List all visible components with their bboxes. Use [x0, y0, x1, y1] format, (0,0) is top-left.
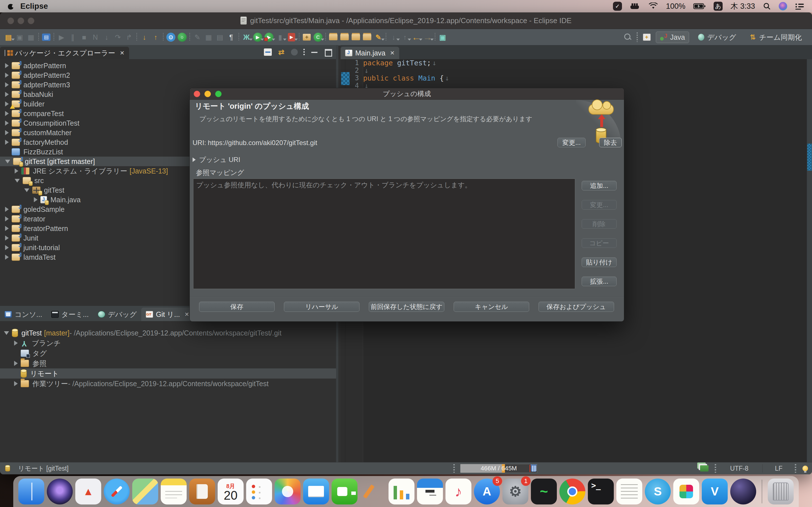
battery-percent[interactable]: 100% — [666, 2, 686, 11]
ref-mapping-list[interactable]: プッシュ参照使用なし、代わりに現在のチェック・アウト・ブランチをプッシュします。 — [193, 179, 575, 289]
dock-icon-photos[interactable] — [274, 478, 301, 504]
dock-icon-books[interactable] — [189, 478, 215, 504]
dock-icon-textedit[interactable] — [616, 478, 642, 504]
git-tree-item[interactable]: 作業ツリー - /Applications/Eclipse_2019-12.ap… — [0, 379, 336, 389]
perspective-debug[interactable]: デバッグ — [694, 31, 740, 43]
control-center-icon[interactable] — [795, 3, 804, 10]
tree-item[interactable]: adpterPattern2 — [0, 70, 336, 80]
wifi-icon[interactable] — [649, 3, 658, 10]
search-icon[interactable] — [624, 34, 631, 41]
skip-breakpoints-button[interactable]: Ж — [241, 31, 252, 43]
focus-task-icon[interactable] — [291, 49, 298, 55]
tree-item[interactable]: adpterPattern — [0, 61, 336, 70]
copy-button[interactable]: ▦ — [203, 31, 214, 43]
open-resource-button[interactable] — [350, 31, 361, 43]
push-button[interactable]: ↑ — [150, 31, 161, 43]
tree-expand-arrow[interactable] — [5, 152, 9, 152]
git-tree-item[interactable]: ブランチ — [0, 338, 336, 348]
delete-ref-button[interactable]: 削除 — [581, 219, 617, 229]
tree-expand-arrow[interactable] — [15, 168, 18, 173]
perspective-java[interactable]: Java — [656, 32, 689, 43]
add-ref-button[interactable]: 追加... — [581, 181, 617, 190]
dock-icon-keynote[interactable] — [417, 478, 443, 504]
dry-run-button[interactable]: リハーサル — [284, 302, 359, 312]
forward-button[interactable]: → — [422, 31, 433, 43]
drag-handle[interactable] — [795, 464, 796, 473]
annotate-button[interactable]: ✎ — [192, 31, 203, 43]
open-element-button[interactable] — [361, 31, 373, 43]
garbage-collect-icon[interactable] — [531, 465, 537, 472]
git-tree-item[interactable]: リモート — [0, 369, 336, 379]
open-type-button[interactable] — [339, 31, 350, 43]
start-button[interactable]: ○ — [176, 31, 188, 43]
tree-expand-arrow[interactable] — [5, 121, 9, 126]
fetch-button[interactable]: ↓ — [139, 31, 150, 43]
tab-package-explorer[interactable]: パッケージ・エクスプローラー ✕ — [0, 47, 129, 59]
tab-git-repositories[interactable]: Git リ... ✕ — [141, 307, 194, 321]
dock-icon-chrome[interactable] — [559, 478, 585, 504]
new-java-project-button[interactable]: + — [301, 31, 312, 43]
paste-ref-button[interactable]: 貼り付け — [581, 258, 617, 267]
tree-expand-arrow[interactable] — [5, 216, 9, 221]
tree-expand-arrow[interactable] — [5, 73, 9, 78]
tree-expand-arrow[interactable] — [5, 140, 9, 145]
tree-expand-arrow[interactable] — [5, 245, 9, 250]
change-ref-button[interactable]: 変更... — [581, 200, 617, 210]
dock-icon-mail[interactable] — [303, 478, 329, 504]
dock-icon-reminders[interactable] — [246, 478, 272, 504]
collapse-all-icon[interactable] — [264, 48, 272, 56]
profile-button[interactable]: ▮ — [274, 31, 286, 43]
tree-expand-arrow[interactable] — [15, 179, 20, 182]
dock-icon-siri[interactable] — [47, 478, 73, 504]
status-check-icon[interactable]: ✓ — [613, 2, 622, 11]
git-tree-item[interactable]: 参照 — [0, 358, 336, 369]
tree-expand-arrow[interactable] — [14, 353, 18, 353]
new-wizard-button[interactable]: ▤ — [3, 31, 14, 43]
close-tab-icon[interactable]: ✕ — [390, 50, 395, 56]
tree-expand-arrow[interactable] — [14, 361, 18, 366]
docker-icon[interactable] — [630, 2, 641, 10]
dock-icon-trash[interactable] — [768, 478, 794, 504]
tree-expand-arrow[interactable] — [5, 255, 9, 260]
tree-expand-arrow[interactable] — [5, 226, 9, 231]
maximize-view-icon[interactable] — [324, 48, 332, 56]
tree-expand-arrow[interactable] — [5, 207, 9, 212]
dock-icon-vscode[interactable]: V — [702, 478, 728, 504]
dock-icon-pages[interactable] — [360, 478, 386, 504]
back-button[interactable]: ← — [410, 31, 422, 43]
dock-icon-maps[interactable] — [132, 478, 158, 504]
tab-debug[interactable]: デバッグ — [93, 307, 141, 321]
step-over-button[interactable]: ↷ — [112, 31, 123, 43]
remove-uri-button[interactable]: 除去 — [599, 138, 622, 147]
settings-button[interactable]: ⚙ — [165, 31, 176, 43]
dock-icon-safari[interactable] — [104, 478, 130, 504]
drag-handle[interactable] — [453, 464, 455, 473]
battery-icon[interactable] — [693, 3, 706, 9]
search-button[interactable]: ✎ — [373, 31, 384, 43]
open-perspective-button[interactable]: + — [643, 34, 651, 41]
tab-terminal[interactable]: ターミ... — [47, 307, 93, 321]
resume-button[interactable]: ▶ — [56, 31, 67, 43]
new-class-button[interactable]: C — [312, 31, 324, 43]
dock-icon-system-preferences[interactable]: ⚙ 1 — [502, 478, 528, 504]
perspective-team-sync[interactable]: ⇅チーム同期化 — [745, 31, 806, 43]
dock-icon-music[interactable]: ♪ — [446, 478, 471, 504]
console-button[interactable]: ▤ — [41, 31, 52, 43]
link-with-editor-icon[interactable]: ⇄ — [277, 48, 285, 56]
heap-status-widget[interactable]: 466M / 645M — [460, 464, 538, 473]
tab-main-java[interactable]: Main.java ✕ — [341, 47, 399, 59]
tree-expand-arrow[interactable] — [5, 92, 9, 97]
dock-separator[interactable] — [762, 480, 762, 503]
cancel-button[interactable]: キャンセル — [454, 302, 529, 312]
dock-icon-terminal[interactable]: >_ — [588, 478, 614, 504]
zoom-window-button[interactable] — [28, 17, 35, 24]
minimize-window-button[interactable] — [17, 17, 24, 24]
tab-console[interactable]: コンソ... — [0, 307, 47, 321]
records-button[interactable]: ▤ — [214, 31, 225, 43]
save-button[interactable]: ▣ — [14, 31, 26, 43]
expand-arrow-icon[interactable] — [193, 158, 196, 162]
dock-icon-facetime[interactable] — [332, 478, 357, 504]
tree-expand-arrow[interactable] — [5, 130, 9, 135]
prev-annotation-button[interactable]: ↓ — [388, 31, 399, 43]
drag-handle[interactable] — [715, 464, 716, 473]
